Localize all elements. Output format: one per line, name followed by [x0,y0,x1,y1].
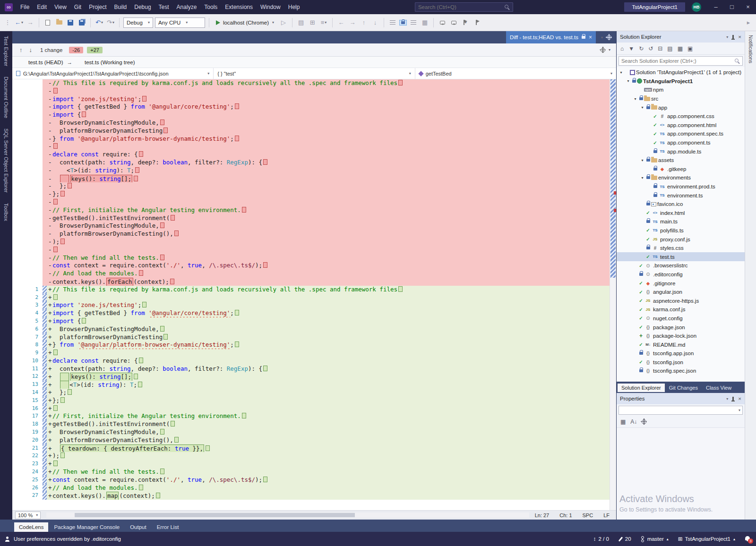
repo-selector[interactable]: ⊞ TstAngularProject1▴ [678,536,735,542]
tree-item[interactable]: TSmain.ts [617,217,745,226]
zoom-select[interactable]: 100 % ▾ [15,512,41,519]
branch-selector[interactable]: master▴ [641,536,669,542]
solution-search-input[interactable] [621,58,735,64]
tree-item[interactable]: ✓TStest.ts [617,252,745,261]
diff-vertical-scrollbar[interactable] [610,79,616,510]
left-tab-toolbox[interactable]: Toolbox [3,203,9,221]
maximize-button[interactable]: □ [724,0,740,14]
menu-tools[interactable]: Tools [200,4,221,10]
tree-item[interactable]: ✓{}package.json [617,323,745,332]
menu-test[interactable]: Test [155,4,173,10]
preview-selected-icon[interactable]: ▣ [687,45,693,52]
compare-files-icon[interactable]: ▦ [420,17,430,28]
tree-item[interactable]: TSenvironment.ts [617,191,745,200]
show-all-files-icon[interactable]: ▤ [667,45,672,52]
right-tab-notifications[interactable]: Notifications [748,35,754,63]
tree-item[interactable]: ✓#app.component.css [617,112,745,121]
nav-backward-icon[interactable]: ← [336,17,346,28]
breadcrumb-member-dropdown[interactable]: getTestBed ▾ [415,68,616,79]
new-project-icon[interactable] [43,17,52,28]
collapse-all-icon[interactable]: ⊟ [658,45,662,52]
expand-arrow-icon[interactable]: ▾ [640,176,645,180]
horizontal-scrollbar[interactable] [46,512,529,518]
panel-tab-git-changes[interactable]: Git Changes [665,384,702,392]
tree-item[interactable]: ▾environments [617,173,745,182]
line-ending-lock-toggle[interactable] [399,20,407,26]
tab-list-icon[interactable]: ▾ [601,35,603,40]
debug-config-select[interactable]: Debug▾ [123,17,153,28]
platform-select[interactable]: Any CPU▾ [155,17,205,28]
move-down-icon[interactable]: ↓ [370,17,380,28]
tree-item[interactable]: #styles.css [617,244,745,253]
navigate-back-button[interactable]: ←▾ [14,17,24,28]
pending-changes-filter-icon[interactable]: ▼ [628,45,634,52]
close-panel-icon[interactable]: × [738,396,741,401]
close-panel-icon[interactable]: × [738,34,741,40]
tree-item[interactable]: ▾assets [617,156,745,165]
left-tab-document-outline[interactable]: Document Outline [3,77,9,118]
document-outline-icon[interactable]: ▤ [296,17,306,28]
expand-arrow-icon[interactable]: ▾ [626,79,631,83]
horizontal-scrollbar-thumb[interactable] [75,513,354,517]
left-tab-test-explorer[interactable]: Test Explorer [3,36,9,66]
bookmark-icon[interactable]: ▾ [460,17,470,28]
breadcrumb-section-dropdown[interactable]: { } "test" ▾ [214,68,415,79]
menu-analyze[interactable]: Analyze [173,4,201,10]
pin-icon[interactable] [732,397,734,401]
bottom-tab-error-list[interactable]: Error List [152,522,184,532]
code-area[interactable]: -// This file is required by karma.conf.… [12,79,610,510]
tree-item[interactable]: ✓JSaspnetcore-https.js [617,296,745,305]
menu-git[interactable]: Git [70,4,85,10]
split-window-icon[interactable]: ⊞ [308,17,317,28]
menu-edit[interactable]: Edit [33,4,51,10]
tree-item[interactable]: ⊙.editorconfig [617,270,745,279]
tree-item[interactable]: ✓TSapp.component.ts [617,138,745,147]
expand-arrow-icon[interactable]: ▾ [640,105,645,110]
refresh-icon[interactable]: ↺ [648,45,653,52]
expand-arrow-icon[interactable]: ▾ [619,70,624,75]
tree-item[interactable]: ✓JSkarma.conf.js [617,305,745,314]
pin-icon[interactable] [732,35,734,39]
tree-item[interactable]: ✓TSapp.component.spec.ts [617,129,745,138]
tree-item[interactable]: favicon.ico [617,200,745,209]
tree-item[interactable]: ✓◆.gitignore [617,279,745,288]
navigate-forward-button[interactable]: → [26,17,35,28]
menu-project[interactable]: Project [85,4,110,10]
properties-object-combo[interactable]: ▾ [617,404,745,416]
notifications-bell[interactable]: 3 [745,536,751,542]
sync-status[interactable]: ↕ 2 / 0 [593,536,609,542]
alphabetical-icon[interactable]: A↓ [630,418,637,425]
list-members-icon[interactable]: ≡▾ [319,17,328,28]
tab-close-icon[interactable]: × [589,34,592,41]
nav-forward-icon[interactable]: → [348,17,357,28]
tree-item[interactable]: TSenvironment.prod.ts [617,182,745,191]
tree-item[interactable]: ▾src [617,94,745,103]
window-position-caret[interactable]: ▾ [726,397,728,401]
tree-item[interactable]: {}tsconfig.spec.json [617,367,745,375]
tree-item[interactable]: ✓JSproxy.conf.js [617,235,745,244]
menu-build[interactable]: Build [111,4,131,10]
menu-help[interactable]: Help [284,4,304,10]
start-without-debug-icon[interactable]: ▷ [279,17,288,28]
menu-view[interactable]: View [51,4,70,10]
tree-item[interactable]: ◆.gitkeep [617,165,745,174]
property-pages-icon[interactable] [642,419,646,424]
tree-item[interactable]: TSapp.module.ts [617,147,745,156]
move-up-icon[interactable]: ↑ [359,17,369,28]
next-change-button[interactable]: ↓ [28,46,34,53]
tree-item[interactable]: ✓⊙nuget.config [617,314,745,323]
sync-selection-icon[interactable]: ↻ [639,45,644,52]
undo-icon[interactable]: ↶▾ [94,17,104,28]
start-debug-button[interactable]: localhost (Chrome)▾ [213,17,277,28]
tree-item[interactable]: ✓<>app.component.html [617,121,745,130]
close-button[interactable]: × [740,0,756,14]
quick-search-box[interactable] [415,2,513,12]
bottom-tab-package-manager-console[interactable]: Package Manager Console [49,522,124,532]
window-position-caret[interactable]: ▾ [726,35,728,39]
tree-item[interactable]: {}tsconfig.app.json [617,349,745,358]
tree-item[interactable]: ✓<>index.html [617,209,745,218]
panel-tab-solution-explorer[interactable]: Solution Explorer [618,384,665,392]
bookmark-list-icon[interactable] [472,17,481,28]
panel-tab-class-view[interactable]: Class View [702,384,735,392]
tree-item[interactable]: ▾Solution 'TstAngularProject1' (1 of 1 p… [617,68,745,77]
